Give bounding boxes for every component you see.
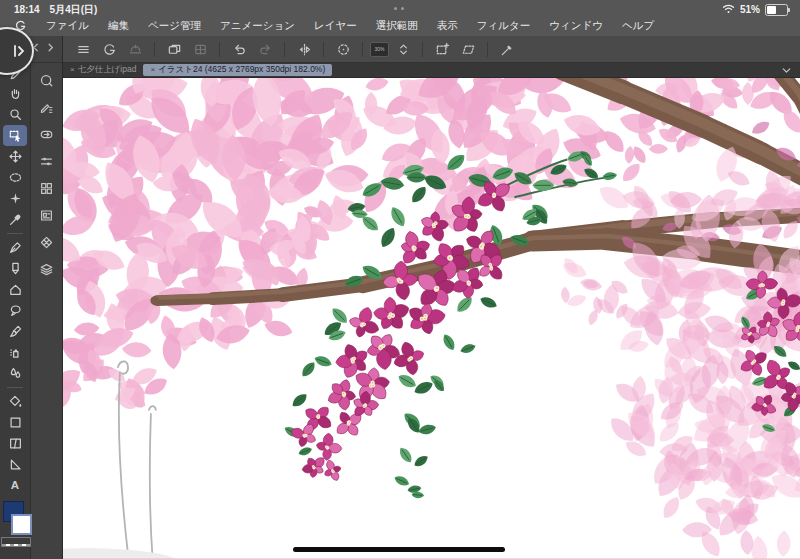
opacity-chip[interactable]: 30% [370,42,389,57]
material-palette-icon[interactable] [34,229,60,256]
brush-size-palette-icon[interactable] [34,175,60,202]
menu-button[interactable] [71,39,95,59]
hand-tool[interactable] [3,83,27,104]
blend-tool[interactable] [3,363,27,384]
text-tool[interactable]: A [3,475,27,496]
layer-palette-icon[interactable] [34,256,60,283]
menu-item-2[interactable]: 編集 [108,19,129,33]
battery-icon [765,4,788,16]
sub-tool-palette-icon[interactable] [34,94,60,121]
command-separator [487,42,488,57]
tool-property-palette-icon[interactable] [34,148,60,175]
shape-tool[interactable] [3,412,27,433]
layer-property-palette-icon[interactable] [34,202,60,229]
flip-view-button[interactable] [292,39,316,59]
csp-logo-button[interactable] [97,39,121,59]
tool-group-divider [7,233,23,234]
figure-tool[interactable] [3,279,27,300]
clock: 18:14 [14,4,40,15]
brush-tool[interactable] [3,321,27,342]
menu-item-3[interactable]: ページ管理 [148,19,201,33]
background-color-swatch[interactable] [11,514,32,535]
command-bar: 30% [63,36,800,63]
airbrush-tool[interactable] [3,342,27,363]
command-separator [422,42,423,57]
tab-label: 七夕仕上げipad [78,64,137,76]
object-tool[interactable] [3,125,27,146]
artwork-bougainvillea [63,78,800,559]
fill-tool[interactable] [3,391,27,412]
pages-button[interactable] [162,39,186,59]
menu-item-10[interactable]: ヘルプ [622,19,654,33]
canvas[interactable] [63,78,800,559]
tab-close-icon[interactable]: × [70,66,75,74]
line-correct-button[interactable] [495,39,519,59]
selection-tool[interactable] [3,167,27,188]
canvas-tab-1[interactable]: ×七夕仕上げipad [63,63,143,77]
navigator-palette-icon[interactable] [34,121,60,148]
home-indicator[interactable] [293,547,505,552]
canvas-tab-bar: ×七夕仕上げipad×イラスト24 (4625 x 2769px 350dpi … [63,63,800,78]
tab-label: イラスト24 (4625 x 2769px 350dpi 182.0%) [158,64,325,76]
auto-select-tool[interactable] [3,188,27,209]
date: 5月4日(日) [50,3,98,17]
save-button [123,39,147,59]
menu-item-9[interactable]: ウィンドウ [549,19,603,33]
layer-move-tool[interactable] [3,146,27,167]
menu-item-5[interactable]: レイヤー [314,19,357,33]
wifi-icon [722,4,735,16]
menu-bar: ファイル編集ページ管理アニメーションレイヤー選択範囲表示フィルターウィンドウヘル… [0,17,800,36]
redo-button [253,39,277,59]
tool-group-divider [7,387,23,388]
battery-percent: 51% [740,4,760,15]
eyedropper-tool[interactable] [3,209,27,230]
rotate-reset-button[interactable] [331,39,355,59]
frame-tool[interactable] [3,433,27,454]
command-separator [284,42,285,57]
expand-right-icon[interactable] [43,40,58,59]
color-swatches [0,500,30,546]
quick-access-palette-icon[interactable] [34,67,60,94]
balloon-tool[interactable] [3,300,27,321]
zoom-tool[interactable] [3,104,27,125]
zoom-stepper-button[interactable] [391,39,415,59]
command-separator [362,42,363,57]
menu-item-4[interactable]: アニメーション [220,19,295,33]
transparent-color-swatch[interactable] [1,537,31,547]
left-palette-dock: A [0,36,63,559]
pen-tool[interactable] [3,237,27,258]
multitask-indicator [394,7,404,10]
command-separator [219,42,220,57]
command-separator [154,42,155,57]
undo-button[interactable] [227,39,251,59]
menu-item-6[interactable]: 選択範囲 [376,19,418,33]
canvas-tab-2[interactable]: ×イラスト24 (4625 x 2769px 350dpi 182.0%) [143,64,332,76]
tool-bar: A [0,63,31,559]
tab-close-icon[interactable]: × [150,66,155,74]
menu-item-1[interactable]: ファイル [46,19,89,33]
transform-launcher-button[interactable] [456,39,480,59]
menu-item-8[interactable]: フィルター [477,19,530,33]
tab-list-chevron-icon[interactable] [779,63,794,77]
palette-icon-column [31,63,62,559]
menu-item-7[interactable]: 表示 [437,19,458,33]
command-separator [323,42,324,57]
select-launcher-button[interactable] [430,39,454,59]
ruler-tool[interactable] [3,454,27,475]
pencil-tool[interactable] [3,258,27,279]
thumbnails-button [188,39,212,59]
